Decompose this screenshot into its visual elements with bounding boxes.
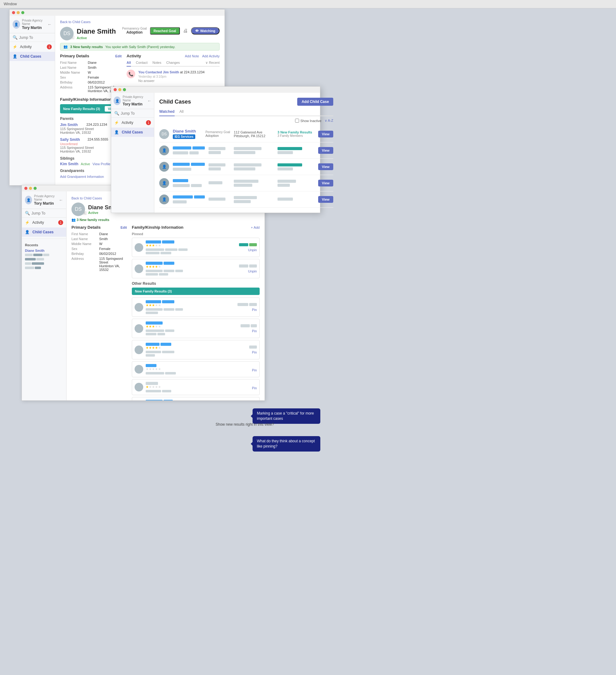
pinned-card-2[interactable]: ★★★★★ [132,259,260,278]
bottom-profile-avatar: DS [72,203,85,216]
other-avatar-2 [135,324,143,333]
back-to-child-cases-link[interactable]: Back to Child Cases [60,20,91,24]
tab-all[interactable]: All [126,61,131,67]
view-profile-link[interactable]: View Profile [92,162,110,166]
tab-watched[interactable]: Watched [159,109,175,116]
sibling-kim-name[interactable]: Kim Smith [60,162,78,166]
other-card-6[interactable]: ★★★★★ Pin [132,397,260,401]
view-case-4-button[interactable]: View [318,180,333,186]
bottom-collapse-button[interactable]: ← [59,198,63,203]
recent-diane-link[interactable]: Diane Smith [25,249,63,252]
bottom-nav-child-cases[interactable]: 👤 Child Cases [22,227,66,237]
show-inactive-label[interactable]: Show Inactive [295,119,321,123]
tooltip-marking: Marking a case a "critical" for more imp… [253,408,320,424]
add-activity-link[interactable]: Add Activity [202,54,219,58]
pin-button-1[interactable]: Pin [252,308,257,312]
case-avatar-3: 👤 [159,162,169,172]
parent-sally-name[interactable]: Sally Smith [60,138,80,142]
unpin-button-2[interactable]: Unpin [248,270,257,273]
view-case-2-button[interactable]: View [318,147,333,154]
group-icon-bottom: 👥 [72,218,76,222]
other-card-1[interactable]: ★★★★★ [132,297,260,317]
tab-notes[interactable]: Notes [153,61,161,66]
activity-item-1: 📞 You Contacted Jim Smith at 224.223.123… [126,70,219,87]
bottom-back-link[interactable]: Back to Child Cases [72,196,102,200]
view-case-3-button[interactable]: View [318,163,333,170]
search-icon: 🔍 [13,35,17,40]
parent-jim-name[interactable]: Jim Smith [60,123,78,127]
case-info-4 [173,179,205,187]
show-inactive-checkbox[interactable] [295,119,299,123]
other-results-header: Other Results [132,281,260,286]
sort-button[interactable]: ∨ A-Z [325,119,333,123]
permanency-goal-value: Adoption [122,30,147,34]
modal-search-bar[interactable]: 🔍 [111,109,154,118]
other-card-3[interactable]: ★★★★★ [132,340,260,359]
modal-close-dot[interactable] [114,88,117,91]
modal-cases-icon: 👤 [114,130,119,134]
sidebar: 👤 Private Agency Name Tory Martin ← 🔍 ⌘K… [10,16,55,185]
bottom-max-dot[interactable] [33,187,37,190]
bottom-window: 👤 Private Agency Name Tory Martin ← 🔍 ⌘K… [21,185,265,401]
modal-max-dot[interactable] [123,88,126,91]
watching-button[interactable]: 👁 Watching [191,27,219,34]
modal-nav-child-cases[interactable]: 👤 Child Cases [111,128,154,137]
sidebar-item-child-cases[interactable]: 👤 Child Cases [10,52,55,61]
bottom-nav-activity[interactable]: ⚡ Activity 1 [22,218,66,227]
view-case-5-button[interactable]: View [318,196,333,203]
activity-badge: 1 [47,45,52,49]
reached-goal-badge[interactable]: Reached Goal [150,27,180,34]
minimize-dot[interactable] [17,11,20,14]
bottom-primary-details: Primary Details Edit First Name Diane La… [72,225,127,401]
sidebar-collapse-button[interactable]: ← [48,22,52,27]
case-info-5 [173,196,205,204]
other-stars-2: ★★★★★ [146,324,238,328]
sidebar-search-bar[interactable]: 🔍 ⌘K [10,33,55,42]
other-card-2[interactable]: ★★★★★ [132,319,260,338]
modal-min-dot[interactable] [118,88,121,91]
other-info-4: ★★★★★ [146,364,250,374]
profile-status: Active [77,36,116,40]
add-child-case-button[interactable]: Add Child Case [297,98,333,106]
pin-button-4[interactable]: Pin [252,368,257,372]
pin-button-5[interactable]: Pin [252,386,257,390]
unpin-button-1[interactable]: Unpin [248,248,257,252]
bottom-add-fk-link[interactable]: + Add [251,226,260,229]
modal-collapse-button[interactable]: ← [147,98,152,103]
recent-filter[interactable]: ∨ Recent [205,61,219,66]
edit-details-link[interactable]: Edit [115,54,122,58]
cases-icon: 👤 [13,54,17,59]
pinned-info-2: ★★★★★ [146,262,237,276]
sidebar-item-activity[interactable]: ⚡ Activity 1 [10,42,55,52]
pin-button-2[interactable]: Pin [252,329,257,333]
bottom-close-dot[interactable] [24,187,27,190]
add-note-link[interactable]: Add Note [185,54,199,58]
case-row-diane-smith: DS Diane Smith IEG Services Permanency G… [159,126,333,142]
other-stars-4: ★★★★★ [146,367,250,371]
print-icon[interactable]: 🖨 [183,28,188,33]
bottom-search-bar[interactable]: 🔍 ⌘K [22,209,66,218]
other-info-3: ★★★★★ [146,343,247,357]
close-dot[interactable] [12,11,15,14]
other-avatar-1 [135,303,143,312]
view-case-diane-button[interactable]: View [318,131,333,138]
case-row-5: 👤 [159,192,333,208]
modal-nav-activity[interactable]: ⚡ Activity 1 [111,118,154,128]
pinned-card-1[interactable]: ★★★★★ [132,238,260,257]
bottom-min-dot[interactable] [29,187,32,190]
case-name-diane[interactable]: Diane Smith [173,129,202,134]
tab-changes[interactable]: Changes [166,61,180,66]
other-info-2: ★★★★★ [146,321,238,335]
bottom-cases-icon: 👤 [25,230,29,234]
other-card-5[interactable]: ★★★★★ Pin [132,379,260,395]
tab-all[interactable]: All [180,109,184,116]
other-card-4[interactable]: ★★★★★ Pin [132,361,260,377]
sibling-kim-status: Active [81,162,90,166]
bottom-edit-link[interactable]: Edit [120,226,127,229]
pin-button-3[interactable]: Pin [252,351,257,354]
add-grandparent-link[interactable]: Add Grandparent Information [60,175,104,178]
maximize-dot[interactable] [21,11,24,14]
bottom-main-content: Back to Child Cases DS Diane Smith Activ… [67,192,265,401]
tab-contact[interactable]: Contact [136,61,148,66]
modal-tabs: Watched All [159,109,333,116]
